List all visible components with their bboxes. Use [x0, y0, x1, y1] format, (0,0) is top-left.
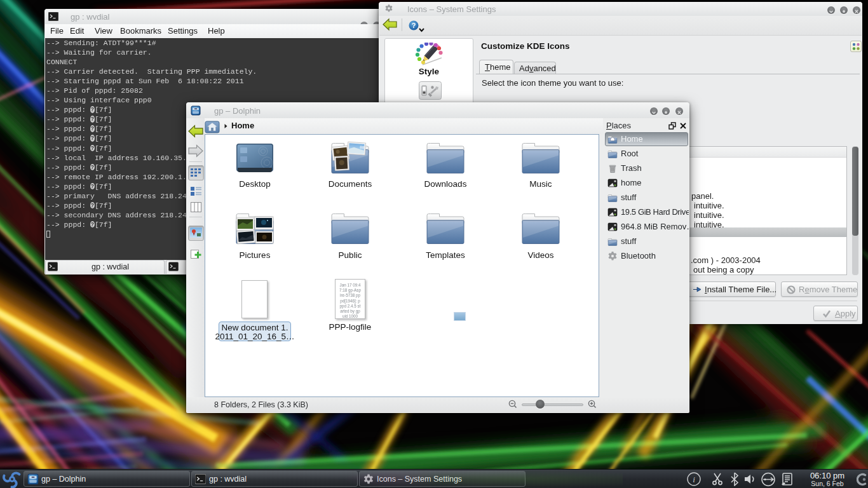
svg-text:?: ? [412, 22, 416, 29]
svg-text:i: i [693, 475, 695, 484]
svg-text:88: 88 [360, 146, 365, 149]
